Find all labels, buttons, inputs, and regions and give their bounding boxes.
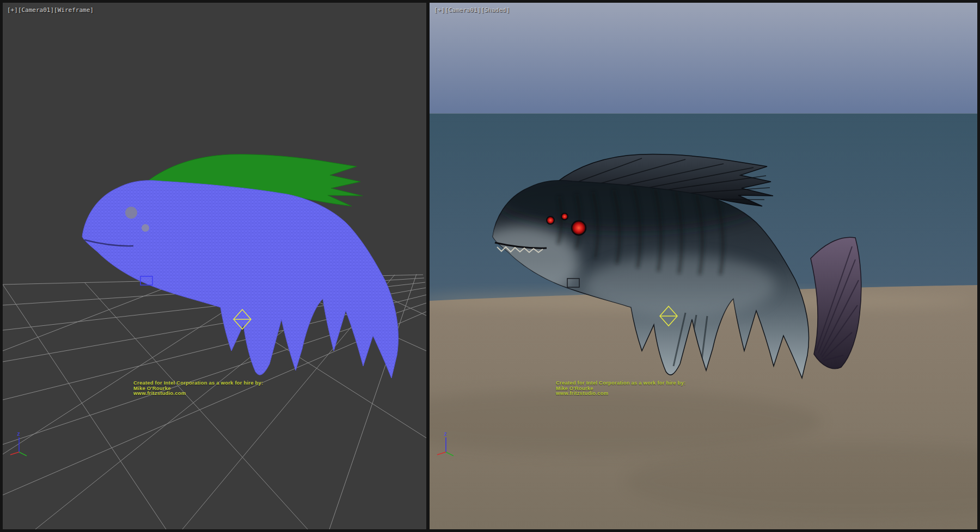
credit-line-3: www.fritzstudio.com — [133, 391, 263, 396]
viewport-mode-button[interactable]: [Shaded] — [481, 7, 510, 14]
viewport-label: [+][Camera01][Shaded] — [434, 7, 510, 14]
credit-text: Created for Intel Corporation as a work … — [133, 380, 263, 396]
viewport-mode-button[interactable]: [Wireframe] — [54, 7, 94, 14]
credit-text: Created for Intel Corporation as a work … — [556, 380, 685, 396]
viewport-menu-button[interactable]: [+] — [434, 7, 445, 14]
axis-x-line — [437, 452, 446, 455]
credit-line-3: www.fritzstudio.com — [556, 391, 685, 396]
fish-eye-small-2 — [561, 213, 568, 220]
axis-x-line — [10, 452, 19, 455]
fish-eye-small-1 — [547, 216, 554, 224]
application-window: [+][Camera01][Wireframe] Created for Int… — [0, 0, 980, 532]
fish-eye-socket-large — [125, 207, 137, 219]
scene-canvas-shaded[interactable] — [430, 3, 977, 529]
sky — [430, 3, 977, 113]
viewport-camera-button[interactable]: [Camera01] — [445, 7, 481, 14]
viewport-wireframe[interactable]: [+][Camera01][Wireframe] Created for Int… — [3, 3, 426, 529]
viewport-camera-button[interactable]: [Camera01] — [18, 7, 54, 14]
viewport-menu-button[interactable]: [+] — [7, 7, 18, 14]
fish-eye-socket-small — [142, 224, 149, 232]
axis-y-line — [446, 452, 454, 456]
viewport-shaded[interactable]: [+][Camera01][Shaded] Created for Intel … — [430, 3, 977, 529]
scene-canvas-wireframe[interactable] — [3, 3, 426, 529]
axis-z-label: z — [444, 431, 447, 437]
viewport-label: [+][Camera01][Wireframe] — [7, 7, 94, 14]
fish-eye-large — [572, 221, 586, 235]
axis-y-line — [19, 452, 27, 456]
axis-tripod: z — [435, 430, 459, 459]
axis-z-label: z — [17, 431, 20, 437]
axis-tripod: z — [8, 430, 32, 459]
